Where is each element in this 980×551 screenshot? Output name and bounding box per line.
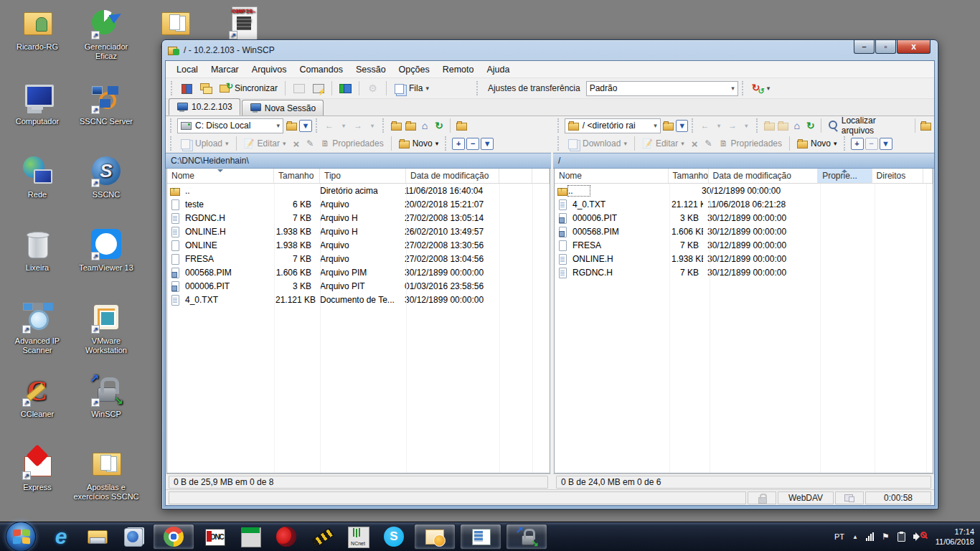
taskbar-item-ncnet[interactable]: NCnet — [342, 524, 374, 550]
select-button[interactable]: + — [452, 138, 465, 150]
selection-filter-button[interactable]: ▼ — [481, 138, 494, 150]
file-row-..[interactable]: ..30/12/1899 00:00:00 — [555, 184, 933, 197]
rename-button[interactable]: ✎ — [702, 137, 715, 150]
desktop-icon-gerenciador-eficaz[interactable]: ↗Gerenciador Eficaz — [73, 6, 139, 61]
column-header-empty[interactable] — [532, 169, 550, 183]
refresh-session-button[interactable] — [336, 81, 354, 95]
clock[interactable]: 17:14 11/06/2018 — [933, 527, 974, 547]
properties-button[interactable]: 🗎 Propriedades — [717, 137, 785, 150]
preferences-button[interactable]: ⚙ — [364, 81, 382, 95]
file-row-ONLINE.H[interactable]: ONLINE.H1.938 KB30/12/1899 00:00:00 — [555, 252, 933, 265]
column-header-nome[interactable]: Nome — [555, 169, 669, 183]
desktop-icon-rede[interactable]: Rede — [4, 154, 70, 199]
desktop-icon-configator[interactable]: CONFIG- ATOR↗ — [211, 6, 277, 42]
taskbar-item-skype[interactable]: S — [378, 524, 410, 550]
queue-button[interactable]: Fila ▾ — [391, 81, 432, 95]
desktop-icon-lixeira[interactable]: Lixeira — [4, 227, 70, 273]
open-terminal-button[interactable] — [309, 81, 327, 95]
file-row-teste[interactable]: teste6 KBArquivo20/02/2018 15:21:07 — [167, 197, 550, 211]
parent-directory-button[interactable] — [390, 120, 402, 132]
menu-local[interactable]: Local — [170, 62, 204, 77]
start-button[interactable] — [6, 522, 36, 551]
taskbar-item-windows-explorer[interactable] — [81, 524, 113, 550]
keyboard-language[interactable]: PT — [834, 532, 844, 541]
taskbar-item-rgdnc[interactable]: DNC — [199, 524, 230, 550]
restore-button[interactable]: ▫ — [875, 40, 896, 54]
back-button[interactable]: ← — [699, 120, 711, 132]
file-row-FRESA[interactable]: FRESA7 KB30/12/1899 00:00:00 — [555, 238, 933, 252]
transfer-options-button[interactable]: ▾ — [749, 81, 773, 95]
taskbar-item-document-viewer[interactable] — [460, 524, 501, 550]
home-directory-button[interactable]: ⌂ — [791, 120, 803, 132]
local-path-bar[interactable]: C:\DNC\Heidenhain\ — [166, 153, 551, 169]
desktop-icon-apostilas-e-exerc-cios-sscnc[interactable]: Apostilas e exercícios SSCNC — [73, 446, 139, 501]
home-directory-button[interactable]: ⌂ — [418, 120, 431, 132]
refresh-button[interactable]: ↻ — [804, 120, 816, 132]
taskbar-item-internet-explorer[interactable]: e — [45, 524, 77, 550]
minimize-button[interactable]: – — [854, 40, 875, 54]
title-bar[interactable]: / - 10.2.2.103 - WinSCP – ▫ x — [162, 40, 938, 60]
filter-button[interactable]: ▼ — [676, 120, 688, 132]
desktop-icon-ricardo-rg[interactable]: Ricardo-RG — [4, 6, 70, 52]
taskbar-item-key-tool[interactable] — [306, 524, 338, 550]
edit-button[interactable]: 📝 Editar ▾ — [241, 137, 289, 150]
menu-comandos[interactable]: Comandos — [293, 62, 349, 77]
parent-directory-button[interactable] — [763, 120, 776, 132]
file-row-4_0.TXT[interactable]: 4_0.TXT21.121 KBDocumento de Te...30/12/… — [167, 293, 550, 306]
forward-button[interactable]: → — [727, 120, 739, 132]
delete-button[interactable]: × — [290, 136, 302, 151]
file-row-000568.PIM[interactable]: 000568.PIM1.606 KB30/12/1899 00:00:00 — [555, 225, 933, 238]
taskbar-item-outlook[interactable] — [414, 524, 456, 550]
open-directory-button[interactable] — [662, 120, 674, 132]
file-row-000006.PIT[interactable]: 000006.PIT3 KBArquivo PIT01/03/2016 23:5… — [167, 279, 550, 293]
network-icon[interactable] — [866, 532, 874, 541]
desktop-icon-sscnc-server[interactable]: ↗SSCNC Server — [73, 80, 139, 126]
menu-arquivos[interactable]: Arquivos — [245, 62, 293, 77]
file-row-RGDNC.H[interactable]: RGDNC.H7 KBArquivo H27/02/2008 13:05:14 — [167, 211, 550, 225]
delete-button[interactable]: × — [689, 136, 701, 151]
desktop-icon-sscnc[interactable]: S↗SSCNC — [73, 154, 139, 199]
desktop-icon-advanced-ip-scanner[interactable]: ↗Advanced IP Scanner — [4, 300, 70, 355]
menu-remoto[interactable]: Remoto — [436, 62, 481, 77]
column-header-tipo[interactable]: Tipo — [320, 169, 406, 183]
column-header-tamanho[interactable]: Tamanho — [274, 169, 320, 183]
desktop-icon-computador[interactable]: Computador — [4, 80, 70, 126]
column-header-tamanho[interactable]: Tamanho — [669, 169, 709, 183]
forward-button[interactable]: → — [352, 120, 364, 132]
column-header-proprie-[interactable]: Proprie... — [818, 169, 872, 183]
menu-opções[interactable]: Opções — [392, 62, 436, 77]
file-row-RGDNC.H[interactable]: RGDNC.H7 KB30/12/1899 00:00:00 — [555, 265, 933, 279]
menu-sessão[interactable]: Sessão — [349, 62, 392, 77]
column-header-direitos[interactable]: Direitos — [872, 169, 923, 183]
column-header-empty[interactable] — [923, 169, 933, 183]
sync-browsing-button[interactable] — [197, 81, 215, 95]
power-plan-icon[interactable] — [897, 532, 905, 542]
remote-path-bar[interactable]: / — [553, 153, 934, 169]
close-button[interactable]: x — [897, 40, 930, 54]
taskbar-item-heidenhain[interactable] — [235, 524, 266, 550]
column-header-data-de-modifica-o[interactable]: Data de modificação — [406, 169, 499, 183]
download-button[interactable]: Download ▾ — [565, 136, 630, 151]
show-hidden-icons-button[interactable]: ▲ — [852, 534, 858, 540]
forward-history-button[interactable]: ▾ — [740, 120, 753, 132]
swap-panels-button[interactable] — [178, 81, 196, 95]
selection-filter-button[interactable]: ▼ — [880, 138, 892, 150]
console-button[interactable] — [290, 81, 308, 95]
rename-button[interactable]: ✎ — [303, 137, 316, 150]
file-row-4_0.TXT[interactable]: 4_0.TXT21.121 KB11/06/2018 06:21:28 — [555, 197, 933, 211]
synchronize-button[interactable]: Sincronizar — [217, 81, 281, 95]
edit-button[interactable]: 📝 Editar ▾ — [639, 137, 687, 150]
tab-10-2-2-103[interactable]: 10.2.2.103 — [169, 98, 240, 116]
file-row-..[interactable]: ..Diretório acima11/06/2018 16:40:04 — [167, 184, 550, 197]
desktop-icon-ccleaner[interactable]: C↗CCleaner — [4, 373, 70, 419]
back-history-button[interactable]: ▾ — [712, 120, 725, 132]
unselect-button[interactable]: − — [466, 138, 479, 150]
tree-view-button[interactable] — [455, 120, 468, 132]
open-directory-button[interactable] — [285, 120, 298, 132]
properties-button[interactable]: 🗎 Propriedades — [318, 137, 386, 150]
forward-history-button[interactable]: ▾ — [366, 120, 379, 132]
remote-directory-combobox[interactable]: / <diretório rai ▾ — [565, 118, 661, 133]
taskbar-item-winscp[interactable]: ↗↘ — [506, 524, 547, 550]
file-row-000568.PIM[interactable]: 000568.PIM1.606 KBArquivo PIM30/12/1899 … — [167, 265, 550, 279]
root-directory-button[interactable] — [404, 120, 417, 132]
